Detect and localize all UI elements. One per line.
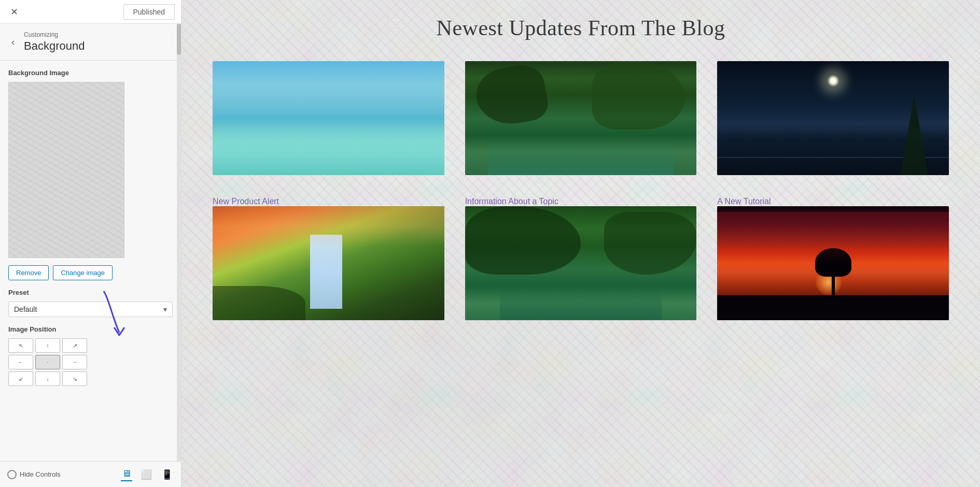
close-button[interactable]: ✕ [6,4,22,20]
bg-image-label: Background Image [8,69,173,77]
remove-button[interactable]: Remove [8,265,49,280]
blog-image-3 [717,61,949,175]
blog-image-6 [717,206,949,320]
blog-card-1 [213,61,444,175]
blog-card-3 [717,61,949,175]
blog-card-5: Information About a Topic [465,192,697,320]
blog-grid: New Product Alert Information About a To… [213,61,949,320]
blog-image-4 [213,206,444,320]
position-top-center[interactable]: ↑ [35,338,60,353]
sidebar: ✕ Published ‹ Customizing Background Bac… [0,0,181,487]
mobile-view-button[interactable]: 📱 [160,467,174,481]
sidebar-topbar: ✕ Published [0,0,181,24]
hide-controls-button[interactable]: Hide Controls [7,470,61,479]
image-action-buttons: Remove Change image [8,265,173,280]
preset-select[interactable]: Default Fill Screen Fit to Screen Tile C… [14,305,163,313]
sidebar-content: Background Image Remove Change image Pre… [0,61,181,461]
blog-card-title-4[interactable]: New Product Alert [213,197,444,206]
preset-select-wrap[interactable]: Default Fill Screen Fit to Screen Tile C… [8,302,173,317]
image-position-label: Image Position [8,325,173,333]
position-middle-right[interactable]: → [62,355,87,369]
blog-card-6: A New Tutorial [717,192,949,320]
sidebar-bottom: Hide Controls 🖥 ⬜ 📱 [0,461,181,487]
device-icons: 🖥 ⬜ 📱 [121,467,174,481]
blog-heading: Newest Updates From The Blog [213,16,949,40]
desktop-view-button[interactable]: 🖥 [121,467,132,481]
customizing-label: Customizing [24,31,85,38]
preset-section: Preset Default Fill Screen Fit to Screen… [8,289,173,317]
sidebar-section-title: Background [24,39,85,53]
position-bottom-right[interactable]: ↘ [62,371,87,386]
back-button[interactable]: ‹ [8,36,18,49]
blog-image-2 [465,61,697,175]
scroll-thumb [177,24,181,55]
position-grid: ↖ ↑ ↗ ← · → ↙ ↓ ↘ [8,338,173,386]
position-middle-left[interactable]: ← [8,355,33,369]
position-top-left[interactable]: ↖ [8,338,33,353]
blog-image-5 [465,206,697,320]
bg-image-preview [8,82,124,258]
circle-icon [7,470,17,479]
change-image-button[interactable]: Change image [53,265,113,280]
preset-label: Preset [8,289,173,296]
position-bottom-center[interactable]: ↓ [35,371,60,386]
sidebar-header: ‹ Customizing Background [0,24,181,61]
image-position-section: Image Position ↖ ↑ ↗ ← · → ↙ ↓ ↘ [8,325,173,386]
position-top-right[interactable]: ↗ [62,338,87,353]
blog-card-4: New Product Alert [213,192,444,320]
tablet-view-button[interactable]: ⬜ [139,467,153,481]
published-button[interactable]: Published [123,4,175,20]
main-inner: Newest Updates From The Blog [181,0,980,336]
blog-card-2 [465,61,697,175]
hide-controls-label: Hide Controls [20,470,61,478]
chevron-down-icon: ▾ [163,305,167,313]
main-preview: Newest Updates From The Blog [181,0,980,487]
position-middle-center[interactable]: · [35,355,60,369]
position-bottom-left[interactable]: ↙ [8,371,33,386]
sidebar-title-block: Customizing Background [24,31,85,53]
blog-image-1 [213,61,444,175]
blog-card-title-6[interactable]: A New Tutorial [717,197,949,206]
blog-card-title-5[interactable]: Information About a Topic [465,197,697,206]
